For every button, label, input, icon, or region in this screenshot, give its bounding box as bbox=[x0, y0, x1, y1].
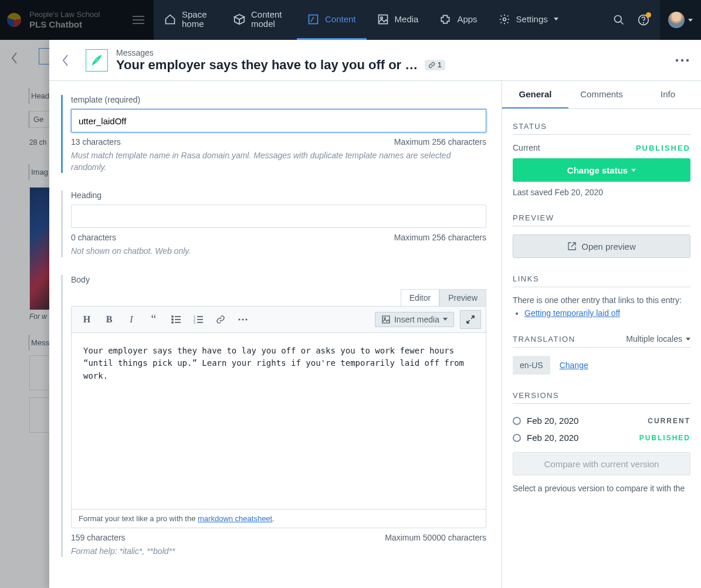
chevron-down-icon bbox=[631, 169, 636, 172]
back-chev-icon bbox=[11, 52, 19, 64]
quote-icon[interactable]: “ bbox=[143, 310, 164, 329]
hamburger-icon[interactable] bbox=[133, 15, 144, 25]
entry-title: Your employer says they have to lay you … bbox=[116, 57, 421, 73]
svg-point-26 bbox=[238, 318, 240, 320]
versions-heading: VERSIONS bbox=[513, 391, 690, 404]
chevron-down-icon bbox=[686, 338, 690, 341]
ol-icon[interactable]: 123 bbox=[188, 310, 209, 329]
char-count: 13 characters bbox=[71, 137, 121, 147]
radio-icon[interactable] bbox=[513, 434, 521, 442]
svg-line-8 bbox=[621, 22, 624, 25]
field-heading: Heading 0 characters Maximum 256 charact… bbox=[61, 191, 486, 257]
version-status: CURRENT bbox=[648, 417, 690, 425]
links-heading: LINKS bbox=[513, 274, 690, 287]
chevron-down-icon bbox=[688, 19, 693, 22]
svg-point-11 bbox=[676, 59, 678, 61]
char-max: Maximum 256 characters bbox=[394, 137, 486, 147]
svg-rect-3 bbox=[309, 15, 318, 23]
svg-point-13 bbox=[686, 59, 689, 61]
template-input[interactable] bbox=[71, 109, 486, 132]
svg-point-12 bbox=[681, 59, 683, 61]
svg-line-32 bbox=[467, 320, 470, 323]
editor-footer: Format your text like a pro with the mar… bbox=[72, 509, 486, 528]
char-max: Maximum 256 characters bbox=[394, 233, 486, 242]
field-label: template (required) bbox=[71, 95, 486, 104]
compare-button[interactable]: Compare with current version bbox=[513, 452, 690, 475]
tab-editor[interactable]: Editor bbox=[401, 289, 440, 306]
entry-type-icon bbox=[86, 49, 108, 72]
nav-apps[interactable]: Apps bbox=[429, 0, 487, 40]
user-menu[interactable] bbox=[660, 0, 701, 40]
markdown-cheatsheet-link[interactable]: markdown cheatsheet bbox=[198, 514, 272, 523]
last-saved: Last saved Feb 20, 2020 bbox=[513, 188, 690, 197]
tab-general[interactable]: General bbox=[502, 81, 568, 108]
char-count: 159 characters bbox=[71, 533, 126, 542]
svg-point-30 bbox=[384, 317, 386, 319]
nav-space-home[interactable]: Space home bbox=[154, 0, 223, 40]
incoming-links-pill[interactable]: 1 bbox=[425, 60, 445, 70]
link-icon[interactable] bbox=[210, 310, 231, 329]
svg-point-16 bbox=[172, 319, 173, 320]
svg-point-6 bbox=[503, 18, 506, 21]
avatar-icon bbox=[668, 12, 685, 28]
preview-heading: PREVIEW bbox=[513, 213, 690, 226]
version-date: Feb 20, 2020 bbox=[527, 416, 578, 426]
radio-icon[interactable] bbox=[513, 417, 521, 425]
translation-heading: TRANSLATION bbox=[513, 335, 575, 344]
insert-media-button[interactable]: Insert media bbox=[375, 312, 454, 327]
field-help: Must match template name in Rasa domain.… bbox=[71, 150, 486, 173]
tab-comments[interactable]: Comments bbox=[568, 81, 635, 108]
svg-point-18 bbox=[172, 322, 173, 323]
links-text: There is one other entry that links to t… bbox=[513, 295, 690, 305]
heading-input[interactable] bbox=[71, 205, 486, 228]
ul-icon[interactable] bbox=[165, 310, 187, 329]
status-heading: STATUS bbox=[513, 122, 690, 135]
expand-editor-icon[interactable] bbox=[460, 310, 481, 329]
char-count: 0 characters bbox=[71, 233, 116, 242]
change-locale-link[interactable]: Change bbox=[560, 361, 588, 370]
more-format-icon[interactable] bbox=[232, 310, 253, 329]
multiple-locales-dropdown[interactable]: Multiple locales bbox=[626, 334, 690, 344]
search-icon[interactable] bbox=[613, 14, 625, 26]
char-max: Maximum 50000 characters bbox=[385, 533, 486, 542]
status-badge: PUBLISHED bbox=[636, 144, 690, 152]
svg-point-7 bbox=[615, 16, 622, 23]
notification-dot bbox=[646, 12, 651, 18]
panel-back-button[interactable] bbox=[54, 49, 77, 72]
help-icon[interactable] bbox=[638, 14, 649, 26]
change-status-button[interactable]: Change status bbox=[513, 158, 690, 182]
field-label: Heading bbox=[71, 191, 486, 200]
entry-panel: Messages Your employer says they have to… bbox=[49, 40, 701, 588]
svg-point-5 bbox=[380, 16, 382, 18]
nav-content-model[interactable]: Content model bbox=[223, 0, 297, 40]
version-date: Feb 20, 2020 bbox=[527, 433, 578, 443]
heading-icon[interactable]: H bbox=[76, 310, 97, 329]
tab-preview[interactable]: Preview bbox=[439, 289, 486, 306]
compare-help: Select a previous version to compare it … bbox=[513, 484, 690, 493]
italic-icon[interactable]: I bbox=[121, 310, 142, 329]
nav-content[interactable]: Content bbox=[297, 0, 367, 40]
version-row[interactable]: Feb 20, 2020 CURRENT bbox=[513, 412, 690, 429]
current-label: Current bbox=[513, 143, 540, 152]
contentful-logo[interactable] bbox=[7, 13, 21, 27]
nav-media[interactable]: Media bbox=[367, 0, 429, 40]
svg-text:3: 3 bbox=[194, 321, 195, 324]
nav-settings[interactable]: Settings bbox=[488, 0, 569, 40]
tab-info[interactable]: Info bbox=[635, 81, 701, 108]
chevron-down-icon bbox=[443, 318, 448, 321]
version-row[interactable]: Feb 20, 2020 PUBLISHED bbox=[513, 429, 690, 446]
svg-point-14 bbox=[172, 316, 173, 317]
open-preview-button[interactable]: Open preview bbox=[513, 234, 690, 258]
body-editor[interactable]: Your employer says they have to lay you … bbox=[72, 333, 486, 509]
field-label: Body bbox=[71, 275, 486, 284]
incoming-link[interactable]: Getting temporarily laid off bbox=[524, 308, 620, 318]
svg-point-10 bbox=[644, 23, 644, 23]
chevron-down-icon bbox=[554, 18, 558, 21]
field-template: template (required) 13 characters Maximu… bbox=[61, 95, 486, 173]
bold-icon[interactable]: B bbox=[99, 310, 120, 329]
entry-more-button[interactable] bbox=[675, 59, 689, 62]
entry-type-label[interactable]: Messages bbox=[116, 48, 445, 57]
editor-toolbar: H B I “ 123 bbox=[72, 307, 486, 333]
field-help: Not shown on chatbot. Web only. bbox=[71, 246, 486, 257]
svg-line-31 bbox=[471, 316, 474, 319]
